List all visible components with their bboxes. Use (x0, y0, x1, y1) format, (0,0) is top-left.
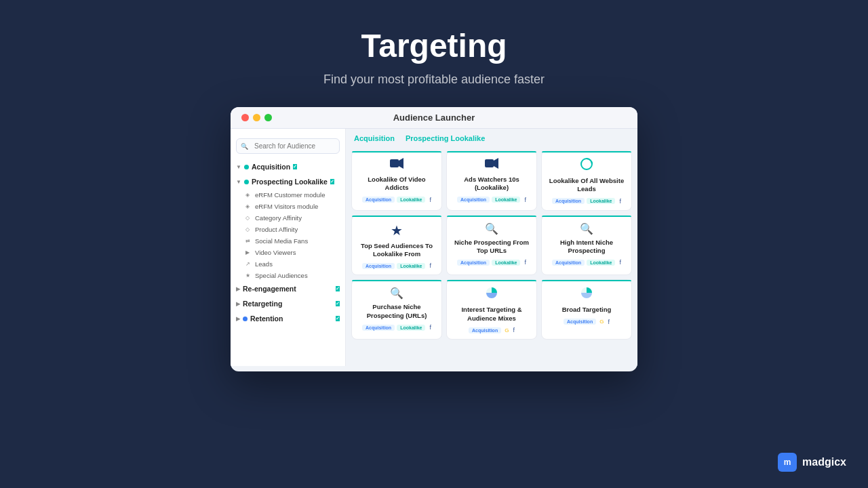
card-top-bar-3 (542, 151, 631, 152)
svg-rect-2 (485, 159, 494, 167)
tag-lookalike-4: Lookalike (397, 263, 425, 269)
facebook-icon-2: f (524, 197, 526, 203)
card-tags-2: Acquisition Lookalike f (457, 197, 526, 203)
card-tags-9: Acquisition G f (564, 319, 610, 325)
acquisition-checkbox[interactable]: ✓ (293, 164, 297, 169)
cards-grid: Lookalike Of Video Addicts Acquisition L… (351, 150, 632, 340)
google-icon-2: G (599, 319, 604, 325)
sidebar-item-video-viewers[interactable]: ▶ Video Viewers (231, 247, 345, 258)
sidebar-item-special-audiences[interactable]: ★ Special Audiences (231, 270, 345, 281)
madgicx-label: madgicx (802, 456, 846, 468)
svg-rect-0 (390, 159, 399, 167)
video-card-icon (390, 158, 403, 172)
card-title-2: Ads Watchers 10s (Lookalike) (452, 176, 531, 192)
sidebar-item-erfm-customer[interactable]: ◈ eRFM Customer module (231, 189, 345, 201)
card-niche-prospecting[interactable]: 🔍 Niche Prospecting From Top URLs Acquis… (446, 215, 537, 276)
chevron-right-icon-3: ▶ (236, 316, 240, 322)
main-content: Acquisition Prospecting Lookalike Lookal… (346, 129, 637, 366)
sidebar-item-reengagement[interactable]: ▶ Re-engagement ✓ (231, 281, 345, 296)
special-icon: ★ (245, 272, 252, 279)
chevron-down-icon: ▼ (236, 179, 241, 185)
video-viewers-label: Video Viewers (255, 249, 296, 256)
sidebar-item-acquisition[interactable]: ▼ Acquisition ✓ (231, 159, 345, 174)
minimize-button[interactable] (253, 114, 260, 121)
card-broad-targeting[interactable]: Broad Targeting Acquisition G f (541, 279, 632, 340)
tab-acquisition[interactable]: Acquisition (354, 134, 395, 144)
star-card-icon: ★ (391, 222, 403, 239)
sidebar-item-leads[interactable]: ↗ Leads (231, 258, 345, 270)
tag-acquisition-3: Acquisition (552, 198, 585, 204)
page-title: Targeting (323, 27, 545, 64)
card-tags-6: Acquisition Lookalike f (552, 259, 621, 266)
card-ads-watchers[interactable]: Ads Watchers 10s (Lookalike) Acquisition… (446, 150, 537, 211)
tag-lookalike-3: Lookalike (587, 198, 615, 204)
retention-checkbox[interactable]: ✓ (336, 316, 340, 321)
affinity-icon: ◇ (245, 215, 252, 221)
sidebar-item-social-media[interactable]: ⇄ Social Media Fans (231, 235, 345, 247)
card-title-5: Niche Prospecting From Top URLs (452, 239, 531, 256)
card-purchase-niche[interactable]: 🔍 Purchase Niche Prospecting (URLs) Acqu… (351, 279, 442, 340)
erfm-visitors-label: eRFM Visitors module (255, 203, 318, 210)
svg-marker-1 (399, 158, 403, 169)
tag-acquisition-4: Acquisition (362, 263, 395, 269)
sidebar-item-category-affinity[interactable]: ◇ Category Affinity (231, 212, 345, 224)
sidebar-prospecting-label: Prospecting Lookalike (252, 178, 328, 186)
card-top-bar-9 (542, 280, 631, 281)
facebook-icon: f (429, 197, 431, 203)
sidebar-item-retention[interactable]: ▶ Retention ✓ (231, 311, 345, 326)
card-tags-7: Acquisition Lookalike f (362, 324, 431, 331)
facebook-icon-7: f (429, 324, 431, 331)
card-title-3: Lookalike Of All Website Leads (547, 177, 626, 194)
card-interest-targeting[interactable]: Interest Targeting & Audience Mixes Acqu… (446, 279, 537, 340)
card-tags-1: Acquisition Lookalike f (362, 197, 431, 203)
tag-lookalike-5: Lookalike (492, 260, 520, 266)
sidebar-item-product-affinity[interactable]: ◇ Product Affinity (231, 224, 345, 235)
card-top-bar-6 (542, 216, 631, 217)
prospecting-checkbox[interactable]: ✓ (330, 179, 334, 184)
card-tags-4: Acquisition Lookalike f (362, 262, 431, 269)
tab-prospecting-lookalike[interactable]: Prospecting Lookalike (406, 134, 485, 144)
social-media-label: Social Media Fans (255, 237, 308, 245)
retargeting-checkbox[interactable]: ✓ (336, 301, 340, 306)
card-top-bar-8 (447, 280, 536, 281)
close-button[interactable] (241, 114, 249, 121)
tag-acquisition-2: Acquisition (457, 197, 490, 203)
tag-lookalike-6: Lookalike (587, 260, 615, 266)
sidebar-item-retargeting[interactable]: ▶ Retargeting ✓ (231, 296, 345, 311)
maximize-button[interactable] (264, 114, 272, 121)
chevron-right-icon-2: ▶ (236, 301, 240, 307)
window-titlebar: Audience Launcher (231, 107, 637, 129)
card-high-intent[interactable]: 🔍 High Intent Niche Prospecting Acquisit… (541, 215, 632, 276)
category-dot-2 (244, 180, 249, 184)
tag-acquisition: Acquisition (362, 197, 395, 203)
category-dot (244, 165, 249, 169)
search-input[interactable] (236, 138, 340, 154)
tabs-row: Acquisition Prospecting Lookalike (351, 134, 632, 144)
card-lookalike-video[interactable]: Lookalike Of Video Addicts Acquisition L… (351, 150, 442, 211)
sidebar-item-prospecting[interactable]: ▼ Prospecting Lookalike ✓ (231, 174, 345, 189)
svg-marker-3 (494, 158, 498, 169)
card-top-bar-5 (447, 216, 536, 217)
window-title: Audience Launcher (393, 113, 475, 123)
tag-acquisition-6: Acquisition (552, 260, 585, 266)
card-tags-8: Acquisition G f (469, 327, 515, 333)
facebook-icon-6: f (619, 259, 621, 266)
search-box[interactable]: 🔍 (236, 138, 340, 154)
facebook-icon-9: f (608, 319, 610, 325)
chevron-right-icon: ▶ (236, 286, 240, 292)
leads-icon: ↗ (245, 261, 252, 267)
product-icon: ◇ (245, 226, 252, 232)
sidebar-category-label: Acquisition (252, 163, 290, 171)
card-website-leads[interactable]: Lookalike Of All Website Leads Acquisiti… (541, 150, 632, 211)
search-card-icon-3: 🔍 (390, 287, 403, 300)
card-title-6: High Intent Niche Prospecting (547, 239, 626, 256)
sidebar-item-erfm-visitors[interactable]: ◈ eRFM Visitors module (231, 201, 345, 212)
window-body: 🔍 ▼ Acquisition ✓ ▼ Prospecting Lookalik… (231, 129, 637, 366)
card-top-seed[interactable]: ★ Top Seed Audiences To Lookalike From A… (351, 215, 442, 276)
reengagement-checkbox[interactable]: ✓ (336, 286, 340, 291)
madgicx-logo: m madgicx (778, 453, 846, 472)
tag-lookalike-7: Lookalike (397, 325, 425, 331)
tag-lookalike: Lookalike (397, 197, 425, 203)
module-icon-2: ◈ (245, 203, 252, 209)
card-top-bar (352, 151, 441, 152)
